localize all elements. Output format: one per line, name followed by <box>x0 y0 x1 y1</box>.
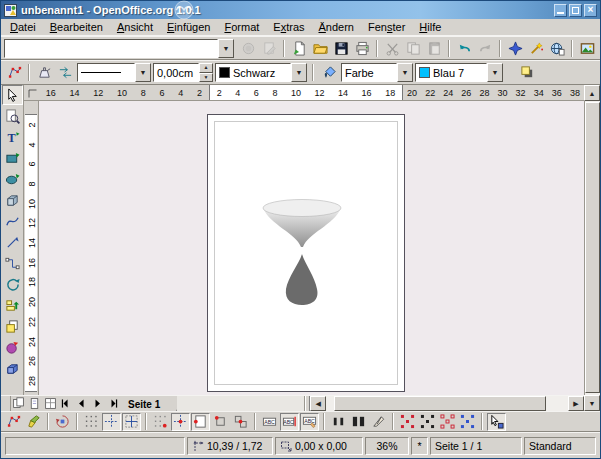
ellipse-tool[interactable] <box>2 169 23 189</box>
select-tool[interactable] <box>2 85 23 105</box>
close-icon[interactable]: × <box>584 4 597 17</box>
layer-view-icon[interactable] <box>43 396 58 411</box>
redo-icon[interactable] <box>475 38 495 58</box>
fill-color-select[interactable]: Blau 7 ▼ <box>415 63 503 82</box>
handles-mixed-icon[interactable] <box>438 413 457 431</box>
show-grid-icon[interactable] <box>82 413 101 431</box>
gallery-icon[interactable] <box>577 38 597 58</box>
menu-datei[interactable]: Datei <box>3 20 43 34</box>
line-color-select[interactable]: Schwarz ▼ <box>215 63 307 82</box>
alignment-tool[interactable] <box>2 295 23 315</box>
new-document-icon[interactable] <box>289 38 309 58</box>
vscroll-down-icon[interactable]: ▼ <box>584 395 600 411</box>
quill-edit-icon[interactable] <box>369 413 388 431</box>
paste-icon[interactable] <box>424 38 444 58</box>
snap-to-snap-lines-icon[interactable] <box>171 413 190 431</box>
menu-bearbeiten[interactable]: Bearbeiten <box>43 20 110 34</box>
copy-icon[interactable] <box>403 38 423 58</box>
handles-plain-icon[interactable] <box>398 413 417 431</box>
line-dialog-icon[interactable] <box>34 63 54 83</box>
hscroll-left-icon[interactable]: ◀ <box>310 396 326 411</box>
handles-black-icon[interactable] <box>418 413 437 431</box>
width-decrease-icon[interactable]: ▼ <box>199 73 213 83</box>
status-page[interactable]: Seite 1 / 1 <box>430 437 522 455</box>
first-page-icon[interactable] <box>58 396 73 411</box>
shadow-icon[interactable] <box>517 63 537 83</box>
web-document-icon[interactable] <box>547 38 567 58</box>
url-input[interactable] <box>4 39 218 58</box>
hscroll-thumb[interactable] <box>334 396 547 411</box>
line-style-dropdown-icon[interactable]: ▼ <box>135 63 151 82</box>
lines-arrows-tool[interactable] <box>2 232 23 252</box>
helplines-while-moving-icon[interactable] <box>122 413 141 431</box>
line-color-dropdown-icon[interactable]: ▼ <box>291 63 307 82</box>
hscroll-right-icon[interactable]: ▶ <box>568 396 584 411</box>
next-page-icon[interactable] <box>90 396 105 411</box>
horizontal-scrollbar[interactable] <box>326 396 568 411</box>
modify-with-attributes-icon[interactable] <box>487 413 506 431</box>
3d-objects-tool[interactable] <box>2 190 23 210</box>
line-style-select[interactable]: ▼ <box>77 63 151 82</box>
status-modified[interactable]: * <box>411 437 428 455</box>
drawing-3d-object[interactable] <box>262 199 342 311</box>
double-click-edit-text-icon[interactable]: ABC <box>300 413 319 431</box>
menu-hilfe[interactable]: Hilfe <box>412 20 448 34</box>
vscroll-up-icon[interactable]: ▲ <box>584 85 600 101</box>
url-dropdown-icon[interactable]: ▼ <box>218 39 234 58</box>
effects-tool[interactable] <box>2 337 23 357</box>
width-increase-icon[interactable]: ▲ <box>199 63 213 73</box>
autopilot-icon[interactable] <box>526 38 546 58</box>
status-position[interactable]: 10,39 / 1,72 <box>187 437 273 455</box>
snap-to-grid-icon[interactable] <box>102 413 121 431</box>
status-zoom[interactable]: 36% <box>365 437 409 455</box>
edit-points-mode-icon[interactable] <box>4 413 23 431</box>
vertical-ruler[interactable]: 246810121416182022242628 <box>24 101 39 395</box>
fill-style-dropdown-icon[interactable]: ▼ <box>397 63 413 82</box>
text-tool[interactable]: T <box>2 127 23 147</box>
last-page-icon[interactable] <box>106 396 121 411</box>
snap-to-page-margins-icon[interactable] <box>191 413 210 431</box>
horizontal-ruler[interactable]: 161412108642 24681012141618 202224262830… <box>39 85 584 101</box>
cut-icon[interactable] <box>382 38 402 58</box>
select-text-area-icon[interactable]: ABC <box>280 413 299 431</box>
undo-icon[interactable] <box>454 38 474 58</box>
page-view-icon[interactable] <box>11 396 26 411</box>
page-tab[interactable]: Seite 1 <box>121 396 177 411</box>
stop-icon[interactable] <box>238 38 258 58</box>
glue-points-icon[interactable] <box>24 413 43 431</box>
menu-ansicht[interactable]: Ansicht <box>110 20 160 34</box>
fill-color-dropdown-icon[interactable]: ▼ <box>487 63 503 82</box>
edit-points-icon[interactable] <box>4 63 24 83</box>
zoom-tool[interactable] <box>2 106 23 126</box>
snap-to-object-border-icon[interactable] <box>211 413 230 431</box>
open-icon[interactable] <box>310 38 330 58</box>
menu-aendern[interactable]: Ändern <box>312 20 361 34</box>
snap-to-object-points-icon[interactable] <box>231 413 250 431</box>
drawing-canvas[interactable] <box>39 101 584 395</box>
menu-extras[interactable]: Extras <box>266 20 311 34</box>
quick-edit-icon[interactable]: ABC <box>260 413 279 431</box>
handles-blue-icon[interactable] <box>458 413 477 431</box>
rotate-tool[interactable] <box>2 274 23 294</box>
simple-handles-icon[interactable] <box>329 413 348 431</box>
large-handles-icon[interactable] <box>349 413 368 431</box>
vscroll-thumb[interactable] <box>585 102 600 393</box>
fill-style-select[interactable]: Farbe ▼ <box>341 63 413 82</box>
rotation-mode-icon[interactable] <box>53 413 72 431</box>
menu-fenster[interactable]: Fenster <box>361 20 412 34</box>
print-icon[interactable] <box>352 38 372 58</box>
maximize-icon[interactable] <box>569 4 582 17</box>
edit-file-icon[interactable] <box>259 38 279 58</box>
vertical-scrollbar[interactable] <box>584 101 600 395</box>
arrow-style-icon[interactable] <box>55 63 75 83</box>
snap-lines-visible-icon[interactable] <box>151 413 170 431</box>
menu-einfuegen[interactable]: Einfügen <box>160 20 217 34</box>
arrange-tool[interactable] <box>2 316 23 336</box>
line-width-stepper[interactable]: 0,00cm ▲▼ <box>153 63 213 82</box>
master-view-icon[interactable] <box>27 396 42 411</box>
menu-format[interactable]: Format <box>217 20 266 34</box>
rectangle-tool[interactable] <box>2 148 23 168</box>
navigator-icon[interactable] <box>505 38 525 58</box>
curve-tool[interactable] <box>2 211 23 231</box>
minimize-icon[interactable] <box>554 4 567 17</box>
